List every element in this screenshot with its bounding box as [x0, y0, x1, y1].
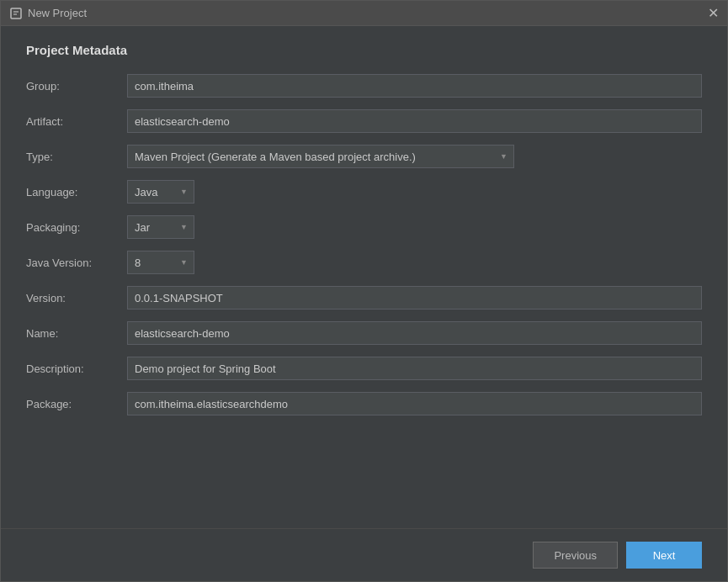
- description-row: Description:: [26, 357, 702, 380]
- project-icon: [9, 7, 23, 20]
- artifact-input[interactable]: [127, 109, 702, 133]
- artifact-row: Artifact:: [26, 109, 702, 133]
- java-version-select-wrapper: 8 11 17: [127, 251, 194, 274]
- section-title: Project Metadata: [26, 43, 702, 57]
- previous-button[interactable]: Previous: [533, 542, 618, 569]
- type-row: Type: Maven Project (Generate a Maven ba…: [26, 145, 702, 168]
- packaging-select-wrapper: Jar War: [127, 215, 194, 239]
- java-version-row: Java Version: 8 11 17: [26, 251, 702, 274]
- title-bar-left: New Project: [9, 7, 87, 20]
- language-row: Language: Java Kotlin Groovy: [26, 180, 702, 204]
- package-input[interactable]: [127, 392, 702, 415]
- group-label: Group:: [26, 80, 127, 93]
- next-button[interactable]: Next: [626, 542, 702, 569]
- group-row: Group:: [26, 74, 702, 98]
- description-input[interactable]: [127, 357, 702, 380]
- new-project-dialog: New Project ✕ Project Metadata Group: Ar…: [0, 0, 728, 582]
- type-label: Type:: [26, 151, 127, 163]
- version-input[interactable]: [127, 286, 702, 310]
- type-select[interactable]: Maven Project (Generate a Maven based pr…: [127, 145, 514, 168]
- name-input[interactable]: [127, 321, 702, 345]
- package-row: Package:: [26, 392, 702, 415]
- dialog-content: Project Metadata Group: Artifact: Type: …: [1, 26, 727, 528]
- version-row: Version:: [26, 286, 702, 310]
- package-label: Package:: [26, 398, 127, 410]
- language-label: Language:: [26, 186, 127, 198]
- packaging-select[interactable]: Jar War: [127, 215, 194, 239]
- version-label: Version:: [26, 292, 127, 304]
- language-select-wrapper: Java Kotlin Groovy: [127, 180, 194, 204]
- packaging-label: Packaging:: [26, 221, 127, 234]
- description-label: Description:: [26, 362, 127, 375]
- java-version-label: Java Version:: [26, 257, 127, 269]
- title-bar: New Project ✕: [1, 1, 727, 26]
- type-select-wrapper: Maven Project (Generate a Maven based pr…: [127, 145, 514, 168]
- java-version-select[interactable]: 8 11 17: [127, 251, 194, 274]
- close-button[interactable]: ✕: [708, 7, 719, 20]
- language-select[interactable]: Java Kotlin Groovy: [127, 180, 194, 204]
- svg-rect-0: [11, 8, 21, 19]
- name-row: Name:: [26, 321, 702, 345]
- dialog-title: New Project: [28, 7, 87, 19]
- packaging-row: Packaging: Jar War: [26, 215, 702, 239]
- group-input[interactable]: [127, 74, 702, 98]
- artifact-label: Artifact:: [26, 115, 127, 128]
- dialog-footer: Previous Next: [1, 528, 727, 581]
- name-label: Name:: [26, 327, 127, 340]
